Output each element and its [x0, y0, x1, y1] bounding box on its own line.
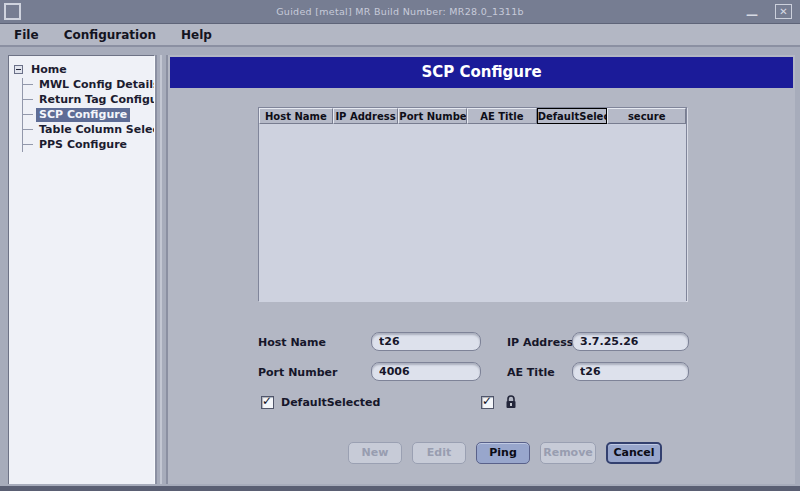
window-title: Guided [metal] MR Build Number: MR28.0_1…: [0, 0, 800, 24]
column-header-ip-address[interactable]: IP Address: [333, 108, 399, 124]
lock-icon: [505, 395, 517, 409]
default-selected-checkbox-label: DefaultSelected: [281, 396, 380, 409]
navigation-tree: Home MWL Config Details Return Tag Confi…: [9, 56, 154, 152]
tree-root-home[interactable]: Home: [9, 62, 154, 77]
button-row: New Edit Ping Remove Cancel: [348, 442, 662, 464]
checkmark-icon: ✓: [262, 394, 272, 408]
host-name-field[interactable]: [371, 332, 481, 351]
secure-checkbox[interactable]: ✓: [481, 396, 494, 409]
column-header-secure[interactable]: secure: [607, 108, 686, 124]
scp-hosts-table: Host Name IP Address Port Number AE Titl…: [258, 107, 687, 301]
content-area: Home MWL Config Details Return Tag Confi…: [0, 47, 800, 486]
tree-root-label: Home: [31, 63, 67, 76]
edit-button[interactable]: Edit: [412, 442, 466, 464]
sidebar-item-mwl-config-details[interactable]: MWL Config Details: [9, 77, 154, 92]
column-header-default-selected[interactable]: DefaultSelect...: [537, 108, 608, 124]
split-divider[interactable]: [155, 55, 168, 484]
ae-title-field[interactable]: [572, 362, 689, 381]
column-header-host-name[interactable]: Host Name: [259, 108, 333, 124]
sidebar-tree-panel: Home MWL Config Details Return Tag Confi…: [8, 55, 155, 484]
column-header-ae-title[interactable]: AE Title: [467, 108, 537, 124]
cancel-button[interactable]: Cancel: [606, 442, 662, 464]
port-number-field[interactable]: [371, 362, 481, 381]
application-window: Guided [metal] MR Build Number: MR28.0_1…: [0, 0, 800, 491]
collapse-icon[interactable]: [14, 65, 23, 74]
page-title: SCP Configure: [170, 57, 793, 88]
sidebar-item-table-column-selection[interactable]: Table Column Selection C: [9, 122, 154, 137]
ping-button[interactable]: Ping: [476, 442, 530, 464]
table-body-empty[interactable]: [259, 124, 686, 302]
checkmark-icon: ✓: [482, 394, 492, 408]
host-name-label: Host Name: [258, 336, 326, 349]
title-bar: Guided [metal] MR Build Number: MR28.0_1…: [0, 0, 800, 24]
menu-bar: File Configuration Help: [0, 24, 800, 47]
close-button[interactable]: ✕: [775, 4, 792, 19]
default-selected-checkbox[interactable]: ✓: [261, 396, 274, 409]
ae-title-label: AE Title: [507, 366, 555, 379]
sidebar-item-scp-configure[interactable]: SCP Configure: [9, 107, 154, 122]
remove-button[interactable]: Remove: [540, 442, 596, 464]
scp-configure-panel: SCP Configure Host Name IP Address Port …: [168, 55, 795, 484]
column-header-port-number[interactable]: Port Number: [398, 108, 467, 124]
menu-configuration[interactable]: Configuration: [54, 25, 166, 46]
ip-address-label: IP Address: [507, 336, 573, 349]
sidebar-item-pps-configure[interactable]: PPS Configure: [9, 137, 154, 152]
table-header-row: Host Name IP Address Port Number AE Titl…: [259, 108, 686, 124]
port-number-label: Port Number: [258, 366, 337, 379]
menu-help[interactable]: Help: [171, 25, 222, 46]
sidebar-item-return-tag-configure[interactable]: Return Tag Configure: [9, 92, 154, 107]
menu-file[interactable]: File: [4, 25, 49, 46]
new-button[interactable]: New: [348, 442, 402, 464]
minimize-button[interactable]: —: [744, 1, 760, 21]
ip-address-field[interactable]: [572, 332, 689, 351]
